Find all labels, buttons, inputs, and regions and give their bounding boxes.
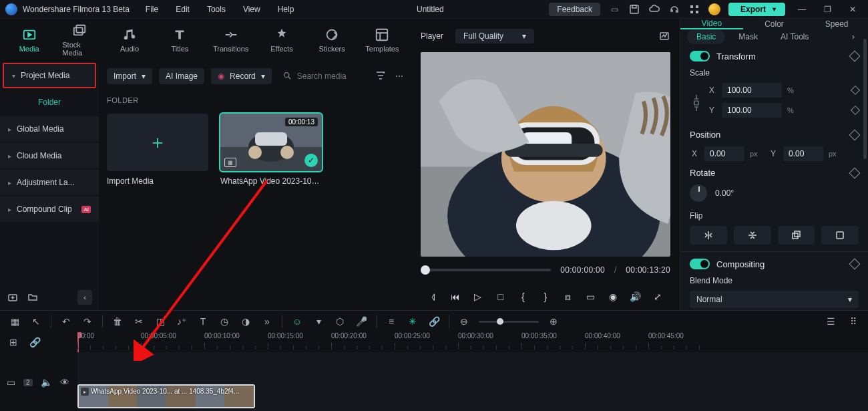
- sidebar-item-folder[interactable]: Folder: [0, 90, 99, 115]
- link-tool-icon[interactable]: 🔗: [427, 316, 441, 327]
- menu-file[interactable]: File: [146, 5, 158, 14]
- flip-horizontal-button[interactable]: [690, 226, 727, 245]
- save-icon[interactable]: [628, 3, 640, 15]
- collapse-sidebar[interactable]: ‹: [77, 290, 92, 305]
- mixer-icon[interactable]: ≡: [385, 316, 398, 327]
- pointer-icon[interactable]: ↖: [29, 316, 43, 327]
- menu-edit[interactable]: Edit: [176, 5, 190, 14]
- screen-icon[interactable]: ▭: [608, 3, 620, 15]
- zoom-in-icon[interactable]: ⊕: [547, 316, 560, 327]
- music-icon[interactable]: ♪⁺: [175, 316, 188, 327]
- sub-tab-basic[interactable]: Basic: [687, 29, 725, 44]
- shield-icon[interactable]: ⬡: [333, 316, 347, 327]
- scrub-slider[interactable]: [421, 269, 551, 271]
- split-icon[interactable]: ✂: [132, 316, 146, 327]
- keyframe-icon[interactable]: [849, 259, 861, 270]
- export-button[interactable]: Export▾: [728, 3, 785, 16]
- timeline-settings-icon[interactable]: ⠿: [847, 316, 860, 327]
- mark-out-icon[interactable]: }: [538, 291, 553, 302]
- tab-media[interactable]: Media: [12, 27, 46, 53]
- sidebar-item-global-media[interactable]: ▸Global Media: [0, 116, 99, 142]
- text-icon[interactable]: T: [196, 316, 210, 327]
- timeline-clip[interactable]: ▸ WhatsApp Video 2023-10... at ... 1408.…: [77, 384, 255, 408]
- prev-clip-icon[interactable]: ⦉: [426, 291, 441, 302]
- scale-x-input[interactable]: [722, 83, 782, 98]
- apps-icon[interactable]: [688, 3, 700, 15]
- compare-icon[interactable]: ▭: [583, 291, 598, 302]
- marker-icon[interactable]: ▾: [312, 316, 325, 327]
- ai-image-button[interactable]: AI Image: [159, 68, 204, 84]
- mute-icon[interactable]: 🔈: [41, 377, 52, 388]
- video-track-1[interactable]: ▸ WhatsApp Video 2023-10... at ... 1408.…: [77, 382, 868, 411]
- undo-icon[interactable]: ↶: [59, 316, 73, 327]
- tab-templates[interactable]: Templates: [365, 27, 399, 53]
- scale-y-input[interactable]: [722, 103, 782, 118]
- color-icon[interactable]: ◑: [239, 316, 252, 327]
- quality-select[interactable]: Full Quality▾: [455, 29, 534, 43]
- sub-tab-ai-tools[interactable]: AI Tools: [771, 29, 818, 44]
- new-folder-icon[interactable]: [27, 291, 39, 303]
- sidebar-item-project-media[interactable]: ▾Project Media: [3, 63, 96, 88]
- link-track-icon[interactable]: 🔗: [28, 337, 41, 348]
- search-input[interactable]: [297, 72, 357, 81]
- scope-icon[interactable]: [658, 30, 670, 42]
- import-button[interactable]: Import▾: [107, 68, 152, 84]
- insp-tab-video[interactable]: Video: [680, 19, 743, 29]
- filter-icon[interactable]: [375, 70, 386, 83]
- inspector-scrollbar[interactable]: [863, 39, 867, 159]
- rotate-knob[interactable]: [690, 184, 707, 202]
- fullscreen-icon[interactable]: ⤢: [650, 291, 665, 302]
- tab-audio[interactable]: Audio: [112, 27, 146, 53]
- sidebar-item-adjustment-layer[interactable]: ▸Adjustment La...: [0, 170, 99, 195]
- menu-view[interactable]: View: [243, 5, 260, 14]
- tab-effects[interactable]: Effects: [264, 27, 298, 53]
- timeline-ruler[interactable]: 00:00 00:00:05:00 00:00:10:00 00:00:15:0…: [77, 332, 868, 352]
- flip-copy-button[interactable]: [778, 226, 815, 245]
- window-minimize[interactable]: —: [793, 5, 811, 14]
- sub-tab-more[interactable]: ›: [845, 29, 861, 44]
- insp-tab-speed[interactable]: Speed: [805, 19, 868, 29]
- cloud-icon[interactable]: [648, 3, 660, 15]
- snap-icon[interactable]: ✳: [406, 316, 419, 327]
- keyframe-icon[interactable]: [849, 51, 861, 62]
- menu-help[interactable]: Help: [278, 5, 294, 14]
- pos-x-input[interactable]: [704, 146, 744, 161]
- more-icon[interactable]: ⋯: [395, 72, 403, 81]
- sidebar-item-compound-clip[interactable]: ▸Compound ClipAI: [0, 196, 99, 222]
- grid-icon[interactable]: ▦: [8, 316, 21, 327]
- window-close[interactable]: ✕: [844, 5, 861, 14]
- keyframe-icon[interactable]: [849, 167, 861, 178]
- track-media-icon[interactable]: ▭: [7, 377, 15, 388]
- mic-icon[interactable]: 🎤: [355, 316, 368, 327]
- stop-icon[interactable]: □: [493, 291, 508, 302]
- mark-in-icon[interactable]: {: [515, 291, 530, 302]
- view-options-icon[interactable]: ☰: [824, 316, 837, 327]
- preview-viewport[interactable]: [421, 52, 670, 257]
- crop-tool-icon[interactable]: ◫: [154, 316, 167, 327]
- play-icon[interactable]: ▷: [471, 291, 485, 302]
- window-maximize[interactable]: ❐: [819, 5, 836, 14]
- zoom-out-icon[interactable]: ⊖: [457, 316, 471, 327]
- speed-icon[interactable]: ◷: [218, 316, 231, 327]
- tab-stock-media[interactable]: Stock Media: [62, 23, 96, 57]
- tab-transitions[interactable]: Transitions: [213, 27, 248, 53]
- link-icon[interactable]: [690, 83, 703, 123]
- import-media-card[interactable]: ＋ Import Media: [107, 114, 208, 186]
- step-back-icon[interactable]: ⏮: [448, 291, 463, 302]
- volume-icon[interactable]: 🔊: [628, 291, 643, 302]
- flip-vertical-button[interactable]: [734, 226, 771, 245]
- keyframe-icon[interactable]: [851, 106, 860, 115]
- media-clip-card[interactable]: 00:00:13 ▦ ✓ WhatsApp Video 2023-10-05..…: [220, 114, 322, 186]
- zoom-slider[interactable]: [479, 321, 539, 323]
- visibility-icon[interactable]: 👁: [60, 377, 69, 388]
- headphones-icon[interactable]: [668, 3, 680, 15]
- sidebar-item-cloud-media[interactable]: ▸Cloud Media: [0, 143, 99, 168]
- more-tools-icon[interactable]: »: [260, 316, 274, 327]
- new-bin-icon[interactable]: [7, 291, 19, 303]
- sub-tab-mask[interactable]: Mask: [729, 29, 767, 44]
- crop-icon[interactable]: ⧈: [561, 291, 576, 303]
- redo-icon[interactable]: ↷: [81, 316, 94, 327]
- flip-reset-button[interactable]: [821, 226, 859, 245]
- delete-icon[interactable]: 🗑: [111, 316, 124, 327]
- menu-tools[interactable]: Tools: [207, 5, 226, 14]
